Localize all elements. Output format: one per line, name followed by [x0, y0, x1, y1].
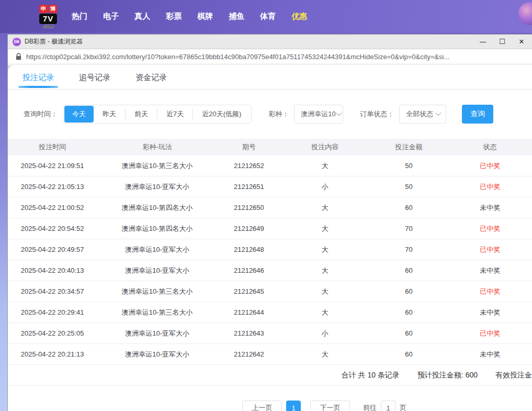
time-filter-option[interactable]: 昨天	[94, 108, 125, 120]
status-select-value: 全部状态	[406, 109, 433, 119]
nav-item[interactable]: 彩票	[166, 12, 182, 21]
cell-game: 澳洲幸运10-亚军大小	[97, 329, 217, 338]
cell-content: 大	[280, 287, 369, 296]
tab[interactable]: 投注记录	[22, 73, 54, 89]
status-filter-label: 订单状态：	[360, 109, 394, 119]
nav-item[interactable]: 真人	[134, 12, 150, 21]
cell-amount: 60	[369, 266, 448, 274]
site-nav: 申 博 7V .com 热门电子真人彩票棋牌捕鱼体育优惠	[0, 0, 532, 33]
window-title: DB彩票 - 极速浏览器	[25, 37, 478, 46]
time-filter-option[interactable]: 今天	[64, 106, 94, 123]
lock-icon	[16, 53, 21, 60]
current-page-button[interactable]: 1	[286, 401, 301, 411]
url-text[interactable]: https://ctop02pcali.2kbxi392.com/lottery…	[26, 53, 449, 61]
records-card: 投注记录追号记录资金记录 查询时间： 今天昨天前天近7天近20天(低频) 彩种：…	[8, 65, 532, 411]
time-filter-option[interactable]: 近7天	[157, 108, 193, 120]
column-header: 投注时间	[8, 142, 97, 152]
cell-time: 2025-04-22 21:05:13	[8, 183, 97, 191]
nav-item[interactable]: 体育	[260, 12, 276, 21]
cell-content: 大	[280, 308, 369, 317]
summary-expected-amount: 预计投注金额: 600	[417, 371, 478, 380]
tab[interactable]: 追号记录	[79, 73, 110, 89]
goto-page-input[interactable]	[381, 401, 395, 411]
cell-issue: 21212646	[218, 266, 280, 274]
filter-bar: 查询时间： 今天昨天前天近7天近20天(低频) 彩种： 澳洲幸运10 订单状态：…	[24, 105, 532, 124]
cell-content: 大	[280, 161, 369, 171]
cell-status: 未中奖	[448, 350, 532, 359]
nav-item[interactable]: 捕鱼	[229, 12, 244, 21]
lottery-select-value: 澳洲幸运10	[301, 109, 335, 119]
cell-game: 澳洲幸运10-第三名大小	[97, 161, 217, 171]
column-header: 投注内容	[280, 142, 369, 152]
column-header: 投注金额	[369, 142, 448, 152]
site-logo[interactable]: 申 博 7V .com	[39, 5, 57, 29]
cell-issue: 21212652	[218, 162, 280, 170]
cell-time: 2025-04-22 20:21:13	[8, 350, 97, 358]
cell-status: 已中奖	[448, 182, 532, 192]
cell-content: 大	[280, 224, 369, 234]
maximize-button[interactable]: ☐	[497, 37, 507, 47]
cell-issue: 21212643	[218, 329, 280, 337]
page-word-label: 页	[400, 403, 406, 411]
cell-time: 2025-04-22 20:54:52	[8, 225, 97, 232]
nav-menu: 热门电子真人彩票棋牌捕鱼体育优惠	[72, 12, 307, 21]
time-filter-option[interactable]: 近20天(低频)	[193, 108, 250, 120]
chevron-down-icon	[336, 112, 342, 116]
table-row: 2025-04-22 21:05:13澳洲幸运10-亚军大小21212651小5…	[8, 176, 532, 197]
cell-time: 2025-04-22 20:49:57	[8, 246, 97, 253]
cell-amount: 60	[369, 204, 448, 212]
cell-content: 大	[280, 350, 369, 359]
table-row: 2025-04-22 20:21:13澳洲幸运10-亚军大小21212642大6…	[8, 344, 532, 365]
summary-total: 合计 共 10 条记录	[342, 371, 400, 380]
goto-page-label: 前往	[363, 403, 377, 411]
pagination: 上一页 1 下一页 前往 页	[242, 401, 532, 411]
table-row: 2025-04-22 20:49:57澳洲幸运10-亚军大小21212648大7…	[8, 239, 532, 260]
cell-game: 澳洲幸运10-亚军大小	[97, 350, 217, 359]
column-header: 期号	[218, 142, 280, 152]
cell-amount: 50	[369, 183, 448, 191]
nav-item[interactable]: 棋牌	[197, 12, 213, 21]
cell-amount: 70	[369, 246, 448, 253]
column-header: 状态	[448, 142, 532, 152]
prev-page-button[interactable]: 上一页	[242, 401, 282, 411]
cell-issue: 21212648	[218, 246, 280, 253]
time-filter-option[interactable]: 前天	[125, 108, 157, 120]
time-filter-group: 今天昨天前天近7天近20天(低频)	[63, 105, 252, 124]
cell-amount: 60	[369, 308, 448, 316]
nav-item[interactable]: 热门	[72, 12, 87, 21]
minimize-button[interactable]: —	[478, 37, 488, 47]
summary-row: 合计 共 10 条记录 预计投注金额: 600 有效投注金额	[8, 365, 532, 386]
logo-chip-2: 博	[49, 5, 57, 13]
chevron-down-icon	[435, 112, 442, 116]
lottery-select[interactable]: 澳洲幸运10	[294, 105, 343, 124]
table-row: 2025-04-22 20:29:41澳洲幸运10-第三名大小21212644大…	[8, 302, 532, 323]
cell-issue: 21212644	[218, 308, 280, 316]
address-bar[interactable]: https://ctop02pcali.2kbxi392.com/lottery…	[8, 49, 532, 64]
nav-item[interactable]: 电子	[103, 12, 119, 21]
tab-bar: 投注记录追号记录资金记录	[8, 65, 532, 90]
search-button[interactable]: 查询	[462, 105, 493, 124]
cell-status: 未中奖	[448, 203, 532, 213]
cell-game: 澳洲幸运10-第三名大小	[97, 287, 217, 296]
cell-issue: 21212650	[218, 204, 280, 212]
cell-status: 已中奖	[448, 287, 532, 296]
nav-item[interactable]: 优惠	[291, 12, 307, 21]
user-avatar[interactable]	[518, 2, 532, 25]
logo-suffix-text: .com	[43, 24, 54, 29]
table-body: 2025-04-22 21:09:51澳洲幸运10-第三名大小21212652大…	[8, 155, 532, 365]
cell-issue: 21212645	[218, 287, 280, 295]
cell-status: 已中奖	[448, 245, 532, 254]
cell-status: 已中奖	[448, 329, 532, 338]
tab[interactable]: 资金记录	[135, 73, 167, 89]
bet-records-table: 投注时间彩种-玩法期号投注内容投注金额状态 2025-04-22 21:09:5…	[8, 139, 532, 365]
logo-chip-1: 申	[39, 5, 48, 13]
next-page-button[interactable]: 下一页	[310, 401, 350, 411]
cell-amount: 50	[369, 162, 448, 170]
close-button[interactable]: ✕	[516, 37, 527, 47]
cell-time: 2025-04-22 21:00:52	[8, 204, 97, 212]
order-status-select[interactable]: 全部状态	[399, 105, 446, 124]
page-content: 投注记录追号记录资金记录 查询时间： 今天昨天前天近7天近20天(低频) 彩种：…	[8, 65, 532, 411]
table-header: 投注时间彩种-玩法期号投注内容投注金额状态	[8, 139, 532, 155]
cell-content: 大	[280, 266, 369, 275]
cell-issue: 21212649	[218, 225, 280, 232]
